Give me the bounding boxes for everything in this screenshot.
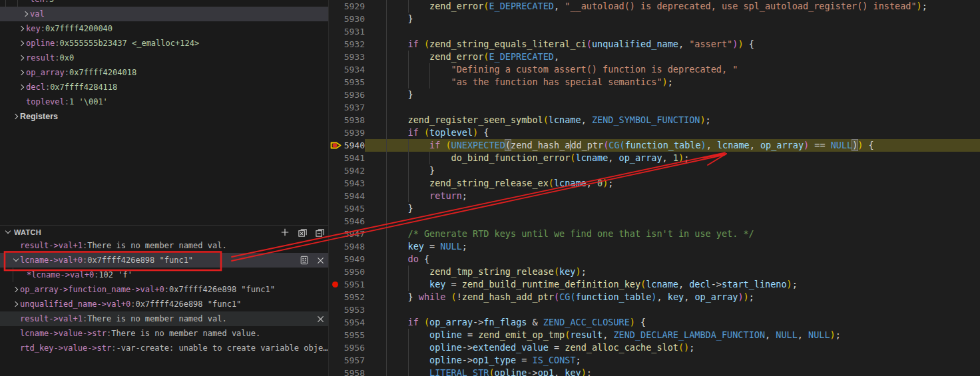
variable-row[interactable]: val [0,7,329,21]
watch-row[interactable]: unqualified_name->val+0: 0x7ffff426e898 … [0,297,329,311]
code-line-content[interactable]: LITERAL_STR(opline->op1, key); [365,367,980,376]
chevron-down-icon[interactable] [12,256,20,264]
glyph-margin[interactable] [330,114,343,126]
chevron-right-icon[interactable] [18,54,26,62]
code-line-content[interactable] [365,25,980,38]
watch-row[interactable]: lcname->val+0: 0x7ffff426e898 "func1" [0,253,329,268]
code-line[interactable]: 5929 zend_error(E_DEPRECATED, "__autoloa… [330,0,980,13]
code-line-content[interactable]: zend_tmp_string_release(key); [365,266,980,278]
chevron-right-icon[interactable] [12,112,20,120]
glyph-margin[interactable] [330,152,343,164]
code-line[interactable]: 5948 key = NULL; [330,240,980,253]
code-line-content[interactable]: do_bind_function_error(lcname, op_array,… [365,152,980,164]
code-line-content[interactable]: do { [365,253,980,266]
code-line-content[interactable] [365,101,980,114]
code-line[interactable]: 5958 LITERAL_STR(opline->op1, key); [330,367,980,376]
glyph-margin[interactable] [330,139,343,152]
watch-row[interactable]: result->val+1: There is no member named … [0,238,329,253]
code-line[interactable]: 5955 opline = zend_emit_op_tmp(result, Z… [330,329,980,341]
code-line-content[interactable]: key = zend_build_runtime_definition_key(… [365,278,980,291]
chevron-right-icon[interactable] [18,25,26,33]
add-expression-icon[interactable] [280,227,290,238]
code-line-content[interactable]: if (zend_string_equals_literal_ci(unqual… [365,38,980,51]
glyph-margin[interactable] [330,316,343,329]
chevron-right-icon[interactable] [18,69,26,77]
code-line-content[interactable]: opline = zend_emit_op_tmp(result, ZEND_D… [365,329,980,341]
code-line[interactable]: 5950 zend_tmp_string_release(key); [330,266,980,278]
chevron-right-icon[interactable] [12,285,20,293]
code-line-content[interactable]: zend_error(E_DEPRECATED, "__autoload() i… [365,0,980,13]
code-line[interactable]: 5937 [330,101,980,114]
code-line[interactable]: 5947 /* Generate RTD keys until we find … [330,228,980,240]
chevron-right-icon[interactable] [12,300,20,308]
glyph-margin[interactable] [330,354,343,367]
variable-row[interactable]: key: 0x7ffff4200040 [0,21,329,36]
glyph-margin[interactable] [330,291,343,303]
remove-all-expressions-icon[interactable] [297,227,308,238]
glyph-margin[interactable] [330,89,343,101]
code-line-content[interactable]: return; [365,190,980,202]
chevron-right-icon[interactable] [22,10,30,18]
code-line[interactable]: 5930 } [330,13,980,25]
code-line-content[interactable]: zend_string_release_ex(lcname, 0); [365,177,980,190]
glyph-margin[interactable] [330,228,343,240]
glyph-margin[interactable] [330,215,343,228]
variable-row[interactable]: toplevel: 1 '\001' [0,94,329,109]
code-line[interactable]: 5938 zend_register_seen_symbol(lcname, Z… [330,114,980,126]
code-line[interactable]: 5941 do_bind_function_error(lcname, op_a… [330,152,980,164]
code-line-content[interactable]: } [365,164,980,177]
code-line-content[interactable]: zend_register_seen_symbol(lcname, ZEND_S… [365,114,980,126]
code-line[interactable]: 5942 } [330,164,980,177]
glyph-margin[interactable] [330,253,343,266]
variable-row[interactable]: Registers [0,109,329,124]
chevron-right-icon[interactable] [18,39,26,47]
code-line-content[interactable]: } [365,13,980,25]
glyph-margin[interactable] [330,76,343,89]
remove-watch-icon[interactable] [315,255,326,266]
glyph-margin[interactable] [330,164,343,177]
code-line[interactable]: 5934 "Defining a custom assert() functio… [330,63,980,76]
glyph-margin[interactable] [330,0,343,13]
code-line[interactable]: 5932 if (zend_string_equals_literal_ci(u… [330,38,980,51]
code-line-content[interactable] [365,215,980,228]
glyph-margin[interactable] [330,38,343,51]
glyph-margin[interactable] [330,303,343,316]
glyph-margin[interactable] [330,126,343,139]
code-line-content[interactable]: "Defining a custom assert() function is … [365,63,980,76]
code-line-content[interactable]: } while (!zend_hash_add_ptr(CG(function_… [365,291,980,303]
glyph-margin[interactable] [330,278,343,291]
glyph-margin[interactable] [330,367,343,376]
code-line-content[interactable]: opline->op1_type = IS_CONST; [365,354,980,367]
code-line-content[interactable]: /* Generate RTD keys until we find one t… [365,228,980,240]
code-line[interactable]: 5956 opline->extended_value = zend_alloc… [330,341,980,354]
variable-row[interactable]: opline: 0x555555b23437 <_emalloc+124> [0,36,329,51]
code-line[interactable]: 5951 key = zend_build_runtime_definition… [330,278,980,291]
glyph-margin[interactable] [330,240,343,253]
breakpoint-icon[interactable] [332,282,338,287]
glyph-margin[interactable] [330,177,343,190]
code-line[interactable]: 5939 if (toplevel) { [330,126,980,139]
glyph-margin[interactable] [330,202,343,215]
code-line[interactable]: 5952 } while (!zend_hash_add_ptr(CG(func… [330,291,980,303]
collapse-all-icon[interactable] [314,227,325,238]
watch-row[interactable]: *lcname->val+0: 102 'f' [0,268,329,282]
code-line-content[interactable]: if (UNEXPECTED(zend_hash_add_ptr(CG(func… [365,139,980,152]
watch-row[interactable]: lcname->value->str: There is no member n… [0,326,329,341]
glyph-margin[interactable] [330,341,343,354]
code-line[interactable]: 5944 return; [330,190,980,202]
glyph-margin[interactable] [330,329,343,341]
glyph-margin[interactable] [330,51,343,63]
variable-row[interactable]: result: 0x0 [0,51,329,65]
glyph-margin[interactable] [330,190,343,202]
code-line-content[interactable]: } [365,89,980,101]
code-line-content[interactable]: opline->extended_value = zend_alloc_cach… [365,341,980,354]
code-line[interactable]: 5935 "as the function has special semant… [330,76,980,89]
code-line[interactable]: 5945 } [330,202,980,215]
variable-row[interactable]: len: 5 [0,0,329,7]
chevron-right-icon[interactable] [18,83,26,91]
glyph-margin[interactable] [330,63,343,76]
code-line[interactable]: 5936 } [330,89,980,101]
watch-row[interactable]: result->val+1: There is no member named … [0,311,329,326]
code-editor[interactable]: 5929 zend_error(E_DEPRECATED, "__autoloa… [330,0,980,376]
code-line-content[interactable]: zend_error(E_DEPRECATED, [365,51,980,63]
